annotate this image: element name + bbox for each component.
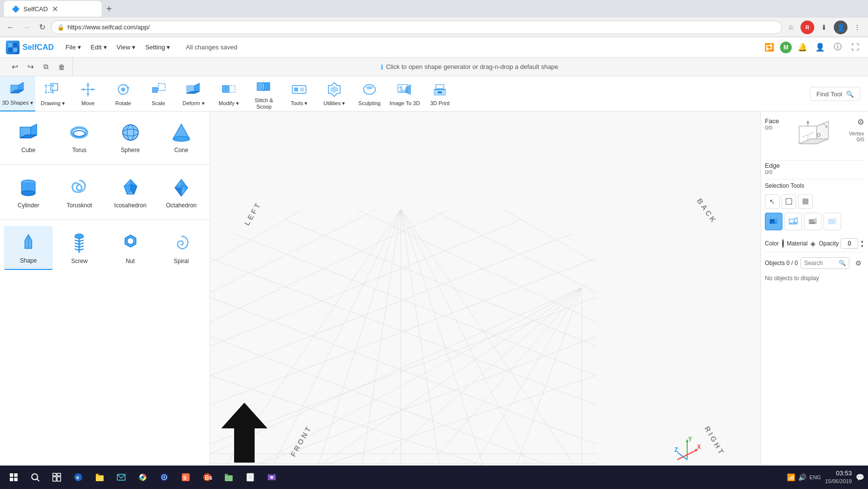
- forward-btn[interactable]: →: [20, 21, 33, 34]
- shape-shape[interactable]: Shape: [4, 226, 53, 270]
- shape-icosahedron[interactable]: Icosahedron: [106, 171, 155, 214]
- find-tool-btn[interactable]: Find Tool 🔍: [810, 87, 860, 101]
- browser-tab[interactable]: 🔷 SelfCAD ✕: [4, 1, 102, 17]
- color-picker-btn[interactable]: [782, 239, 784, 248]
- svg-text:Z: Z: [674, 446, 678, 453]
- mail-btn[interactable]: [111, 467, 131, 487]
- redo-btn[interactable]: ↪: [23, 60, 37, 74]
- photo-btn[interactable]: [262, 467, 282, 487]
- transparent-mode-btn[interactable]: [824, 213, 841, 230]
- notification-btn[interactable]: 💬: [856, 473, 864, 481]
- edge-taskbar-btn[interactable]: e: [68, 467, 88, 487]
- new-tab-btn[interactable]: +: [102, 1, 116, 16]
- extension-btn[interactable]: R: [801, 21, 814, 34]
- tool-image-to-3d[interactable]: Image To 3D: [387, 76, 422, 111]
- tool-deform[interactable]: Deform ▾: [176, 76, 211, 111]
- tab-close-btn[interactable]: ✕: [52, 4, 58, 14]
- select-fill-btn[interactable]: [798, 194, 813, 209]
- notifications-btn[interactable]: 🔔: [796, 41, 809, 54]
- selection-tools-row: ↖: [765, 192, 864, 211]
- shape-octahedron-label: Octahedron: [166, 202, 197, 209]
- task-view-btn[interactable]: [47, 467, 66, 487]
- select-arrow-btn[interactable]: ↖: [765, 194, 780, 209]
- tool-utilities[interactable]: Utilities ▾: [317, 76, 352, 111]
- menu-setting[interactable]: Setting ▾: [141, 42, 174, 53]
- app-toolbar: SelfCAD File ▾ Edit ▾ View ▾ Setting ▾ A…: [0, 37, 868, 58]
- account-btn[interactable]: 👤: [813, 41, 827, 54]
- shape-cone[interactable]: Cone: [157, 115, 206, 158]
- file-explorer-btn[interactable]: [90, 467, 109, 487]
- torus-icon: [67, 120, 91, 145]
- explorer2-btn[interactable]: [219, 467, 239, 487]
- tool-rotate[interactable]: Rotate: [106, 76, 141, 111]
- menu-btn[interactable]: ⋮: [850, 21, 864, 34]
- tool-stitch-scoop[interactable]: Stitch & Scoop: [246, 76, 282, 111]
- tool-move[interactable]: Move: [70, 76, 106, 111]
- address-bar[interactable]: 🔒 https://www.selfcad.com/app/: [51, 21, 782, 34]
- objects-search-input[interactable]: [804, 260, 837, 267]
- gear-settings-btn[interactable]: ⚙: [857, 117, 864, 127]
- search-box[interactable]: 🔍: [801, 257, 849, 269]
- shape-octahedron[interactable]: Octahedron: [157, 171, 206, 214]
- share-btn[interactable]: 🔁: [762, 41, 776, 54]
- material-mode-btn[interactable]: [804, 213, 822, 230]
- objects-settings-btn[interactable]: ⚙: [852, 257, 864, 269]
- shape-cube-label: Cube: [22, 147, 36, 154]
- svg-rect-1: [13, 43, 17, 47]
- tool-scale[interactable]: Scale: [141, 76, 176, 111]
- shape-torus[interactable]: Torus: [55, 115, 104, 158]
- menu-view[interactable]: View ▾: [113, 42, 140, 53]
- help-btn[interactable]: ⓘ: [831, 41, 845, 54]
- cone-icon: [169, 120, 194, 145]
- wireframe-mode-btn[interactable]: [784, 213, 802, 230]
- hint-area: ℹ Click to open shape generator or drag-…: [75, 58, 864, 76]
- shape-screw[interactable]: Screw: [55, 226, 104, 270]
- viewport[interactable]: LEFT BACK FRONT RIGHT Y X Z: [210, 111, 760, 489]
- menu-edit[interactable]: Edit ▾: [87, 42, 111, 53]
- copy-btn[interactable]: ⧉: [39, 60, 53, 74]
- material-icon[interactable]: ◈: [810, 240, 816, 247]
- substance-btn[interactable]: s: [176, 467, 195, 487]
- shapes-grid-row2: Cylinder Torusknot: [0, 167, 210, 218]
- select-box-btn[interactable]: [781, 194, 796, 209]
- shape-cylinder[interactable]: Cylinder: [4, 171, 53, 214]
- start-btn[interactable]: [4, 467, 23, 487]
- tool-3d-print[interactable]: 3D Print: [422, 76, 457, 111]
- tool-label: 3D Print: [430, 100, 450, 107]
- tool-sculpting[interactable]: Sculpting: [352, 76, 387, 111]
- profile-app-btn[interactable]: M: [780, 42, 792, 53]
- cube-nav-preview[interactable]: [779, 117, 849, 156]
- shape-torusknot[interactable]: Torusknot: [55, 171, 104, 214]
- shape-spiral[interactable]: Spiral: [157, 226, 206, 270]
- tool-3d-shapes[interactable]: 3D Shapes ▾: [0, 76, 35, 111]
- tool-modify[interactable]: Modify ▾: [211, 76, 246, 111]
- shape-sphere[interactable]: Sphere: [106, 115, 155, 158]
- back-btn[interactable]: ←: [4, 21, 18, 34]
- solid-mode-btn[interactable]: [765, 213, 782, 230]
- reload-btn[interactable]: ↻: [35, 21, 49, 34]
- opacity-up-btn[interactable]: ▲: [860, 239, 864, 244]
- menu-file[interactable]: File ▾: [62, 42, 85, 53]
- edge-section: Edge 0/0: [765, 162, 780, 175]
- svg-rect-22: [152, 88, 157, 92]
- shape-nut[interactable]: Nut: [106, 226, 155, 270]
- notepad-btn[interactable]: [240, 467, 260, 487]
- right-panel: Face 0/0: [760, 111, 868, 489]
- rotate-icon: [114, 81, 132, 98]
- tool-drawing[interactable]: Drawing ▾: [35, 76, 70, 111]
- opacity-down-btn[interactable]: ▼: [860, 244, 864, 248]
- chrome-btn[interactable]: [133, 467, 152, 487]
- shape-cube[interactable]: Cube: [4, 115, 53, 158]
- game-btn[interactable]: Bs: [197, 467, 217, 487]
- tool-tools[interactable]: Tools ▾: [282, 76, 317, 111]
- profile-btn[interactable]: 👤: [834, 21, 847, 34]
- fullscreen-btn[interactable]: ⛶: [848, 41, 862, 54]
- steam-btn[interactable]: [154, 467, 174, 487]
- bookmark-star-btn[interactable]: ☆: [784, 21, 798, 34]
- downloads-btn[interactable]: ⬇: [817, 21, 831, 34]
- undo-btn[interactable]: ↩: [8, 60, 22, 74]
- svg-marker-15: [87, 83, 89, 86]
- opacity-input[interactable]: [841, 238, 858, 249]
- delete-btn[interactable]: 🗑: [55, 60, 68, 74]
- search-btn[interactable]: [25, 467, 45, 487]
